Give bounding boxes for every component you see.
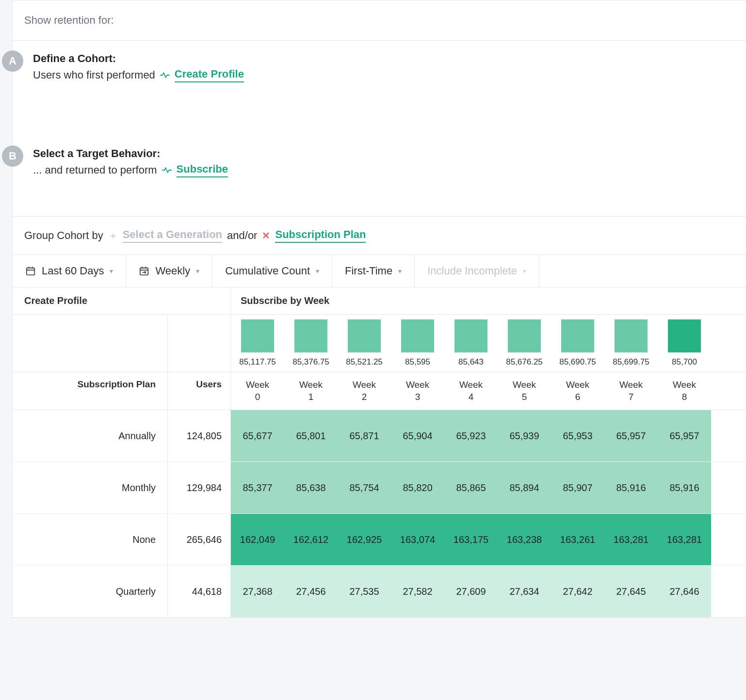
summary-value: 85,700 xyxy=(661,357,708,367)
chevron-down-icon: ▾ xyxy=(110,267,113,275)
step-b: B Select a Target Behavior: ... and retu… xyxy=(13,136,746,217)
cell-value: 27,582 xyxy=(391,566,444,617)
summary-bar xyxy=(241,319,274,352)
controls-row: Last 60 Days ▾ Weekly ▾ Cumulative Count… xyxy=(13,255,746,287)
cell-users: 124,805 xyxy=(168,410,231,461)
summary-cell: 85,595 xyxy=(391,315,444,372)
table-left-header: Create Profile xyxy=(13,287,231,314)
mode-picker[interactable]: First-Time ▾ xyxy=(332,255,415,287)
col-week: Week1 xyxy=(284,372,338,410)
group-by-placeholder[interactable]: Select a Generation xyxy=(123,228,222,243)
cell-value: 163,261 xyxy=(551,514,604,565)
summary-cell: 85,676.25 xyxy=(498,315,551,372)
summary-row: 85,117.7585,376.7585,521.2585,59585,6438… xyxy=(13,315,746,372)
summary-bar xyxy=(348,319,381,352)
group-by-row: Group Cohort by ＋ Select a Generation an… xyxy=(13,217,746,255)
summary-bar xyxy=(561,319,594,352)
metric-label: Cumulative Count xyxy=(225,265,310,277)
chevron-down-icon: ▾ xyxy=(523,267,526,275)
cell-value: 85,916 xyxy=(658,462,711,513)
cell-value: 27,609 xyxy=(444,566,498,617)
mode-label: First-Time xyxy=(345,265,392,277)
cell-value: 162,049 xyxy=(231,514,284,565)
metric-picker[interactable]: Cumulative Count ▾ xyxy=(212,255,332,287)
summary-bar xyxy=(668,319,701,352)
step-b-subtext: ... and returned to perform xyxy=(33,164,157,176)
remove-group-icon[interactable]: ✕ xyxy=(262,230,270,241)
summary-cell: 85,643 xyxy=(444,315,498,372)
col-week: Week3 xyxy=(391,372,444,410)
table-row: Quarterly44,61827,36827,45627,53527,5822… xyxy=(13,566,746,618)
cell-plan: Annually xyxy=(13,410,168,461)
cell-value: 85,377 xyxy=(231,462,284,513)
summary-cell: 85,521.25 xyxy=(338,315,391,372)
cell-value: 65,801 xyxy=(284,410,338,461)
summary-cell: 85,117.75 xyxy=(231,315,284,372)
summary-bar xyxy=(615,319,648,352)
group-by-conjunction: and/or xyxy=(227,229,257,242)
cell-value: 85,865 xyxy=(444,462,498,513)
cell-value: 163,238 xyxy=(498,514,551,565)
col-week: Week8 xyxy=(658,372,711,410)
cell-value: 65,957 xyxy=(658,410,711,461)
svg-rect-0 xyxy=(27,268,35,275)
table-right-header: Subscribe by Week xyxy=(231,287,711,314)
cell-value: 85,894 xyxy=(498,462,551,513)
summary-bar xyxy=(454,319,487,352)
cohort-event-picker[interactable]: Create Profile xyxy=(175,68,244,82)
summary-cell: 85,700 xyxy=(658,315,711,372)
date-range-picker[interactable]: Last 60 Days ▾ xyxy=(13,255,126,287)
frequency-label: Weekly xyxy=(155,265,190,277)
table-row: Monthly129,98485,37785,63885,75485,82085… xyxy=(13,462,746,514)
chevron-down-icon: ▾ xyxy=(316,267,319,275)
cell-value: 27,642 xyxy=(551,566,604,617)
col-week: Week6 xyxy=(551,372,604,410)
cell-value: 27,645 xyxy=(604,566,658,617)
activity-icon xyxy=(160,71,170,79)
col-subscription-plan: Subscription Plan xyxy=(13,372,168,410)
cell-value: 27,634 xyxy=(498,566,551,617)
svg-rect-4 xyxy=(140,268,148,275)
col-week: Week4 xyxy=(444,372,498,410)
target-event-picker[interactable]: Subscribe xyxy=(177,163,228,177)
incomplete-label: Include Incomplete xyxy=(427,265,517,277)
col-week: Week7 xyxy=(604,372,658,410)
cell-value: 65,939 xyxy=(498,410,551,461)
calendar-icon xyxy=(25,266,36,276)
step-a-title: Define a Cohort: xyxy=(33,52,244,65)
cell-value: 85,820 xyxy=(391,462,444,513)
cell-plan: Quarterly xyxy=(13,566,168,617)
cell-value: 27,535 xyxy=(338,566,391,617)
summary-cell: 85,690.75 xyxy=(551,315,604,372)
cell-plan: None xyxy=(13,514,168,565)
cell-plan: Monthly xyxy=(13,462,168,513)
summary-bar xyxy=(508,319,541,352)
step-b-badge: B xyxy=(2,145,23,167)
summary-cell: 85,376.75 xyxy=(284,315,338,372)
cell-value: 85,916 xyxy=(604,462,658,513)
cell-value: 65,953 xyxy=(551,410,604,461)
summary-value: 85,521.25 xyxy=(341,357,388,367)
cell-value: 65,923 xyxy=(444,410,498,461)
cell-value: 162,925 xyxy=(338,514,391,565)
column-headers: Subscription Plan Users Week0Week1Week2W… xyxy=(13,372,746,410)
cell-value: 85,907 xyxy=(551,462,604,513)
cell-value: 65,904 xyxy=(391,410,444,461)
summary-value: 85,699.75 xyxy=(607,357,655,367)
cell-value: 65,677 xyxy=(231,410,284,461)
summary-value: 85,643 xyxy=(447,357,495,367)
table-row: Annually124,80565,67765,80165,87165,9046… xyxy=(13,410,746,462)
chevron-down-icon: ▾ xyxy=(398,267,402,275)
cell-value: 85,754 xyxy=(338,462,391,513)
col-users: Users xyxy=(168,372,231,410)
group-by-selected[interactable]: Subscription Plan xyxy=(275,228,366,243)
cell-value: 27,368 xyxy=(231,566,284,617)
cell-value: 27,456 xyxy=(284,566,338,617)
step-a-subtext: Users who first performed xyxy=(33,69,155,81)
cell-users: 44,618 xyxy=(168,566,231,617)
col-week: Week5 xyxy=(498,372,551,410)
incomplete-picker[interactable]: Include Incomplete ▾ xyxy=(415,255,539,287)
step-a: A Define a Cohort: Users who first perfo… xyxy=(13,41,746,136)
frequency-picker[interactable]: Weekly ▾ xyxy=(126,255,212,287)
group-by-label: Group Cohort by xyxy=(24,229,103,242)
